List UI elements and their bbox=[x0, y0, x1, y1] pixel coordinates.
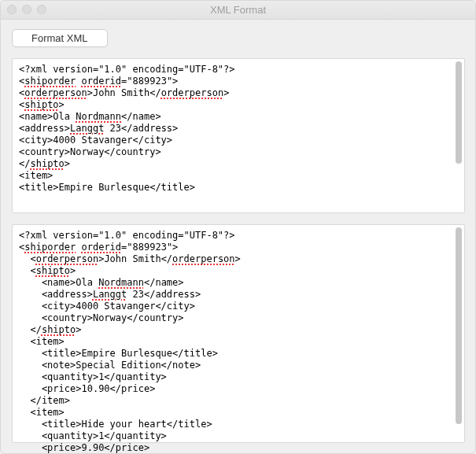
code-line: <country>Norway</country> bbox=[19, 312, 458, 324]
code-line: <shiporder orderid="889923"> bbox=[19, 242, 458, 253]
scrollbar-thumb[interactable] bbox=[456, 227, 462, 424]
code-line: <country>Norway</country> bbox=[19, 146, 458, 158]
content-area: Format XML <?xml version="1.0" encoding=… bbox=[1, 20, 475, 451]
scrollbar-thumb[interactable] bbox=[456, 61, 462, 164]
code-line: <orderperson>John Smith</orderperson> bbox=[19, 87, 458, 99]
scrollbar[interactable] bbox=[456, 61, 462, 210]
code-line: <address>Langgt 23</address> bbox=[19, 289, 458, 301]
code-line: <quantity>1</quantity> bbox=[19, 371, 458, 383]
format-xml-button[interactable]: Format XML bbox=[12, 29, 108, 47]
code-line: <quantity>1</quantity> bbox=[19, 430, 458, 442]
code-line: </shipto> bbox=[19, 158, 458, 170]
close-icon[interactable] bbox=[7, 5, 17, 14]
code-line: <shipto> bbox=[19, 99, 458, 111]
code-line: <title>Empire Burlesque</title> bbox=[19, 348, 458, 360]
code-line: <title>Empire Burlesque</title> bbox=[19, 182, 458, 194]
code-line: <item> bbox=[19, 407, 458, 419]
code-line: <name>Ola Nordmann</name> bbox=[19, 111, 458, 123]
code-line: <city>4000 Stavanger</city> bbox=[19, 301, 458, 312]
code-line: <shiporder orderid="889923"> bbox=[19, 76, 458, 87]
minimize-icon[interactable] bbox=[22, 5, 31, 14]
input-text[interactable]: <?xml version="1.0" encoding="UTF-8"?><s… bbox=[13, 59, 464, 198]
code-line: <orderperson>John Smith</orderperson> bbox=[19, 253, 458, 265]
code-line: <?xml version="1.0" encoding="UTF-8"?> bbox=[19, 230, 458, 242]
zoom-icon[interactable] bbox=[37, 5, 46, 14]
code-line: <name>Ola Nordmann</name> bbox=[19, 277, 458, 289]
code-line: <city>4000 Stavanger</city> bbox=[19, 135, 458, 146]
code-line: <?xml version="1.0" encoding="UTF-8"?> bbox=[19, 64, 458, 76]
app-window: XML Format Format XML <?xml version="1.0… bbox=[0, 0, 476, 454]
code-line: <item> bbox=[19, 336, 458, 348]
code-line: </item> bbox=[19, 395, 458, 407]
window-title: XML Format bbox=[210, 4, 266, 16]
window-controls bbox=[7, 5, 46, 14]
code-line: <item> bbox=[19, 170, 458, 182]
code-line: <title>Hide your heart</title> bbox=[19, 419, 458, 430]
output-pane[interactable]: <?xml version="1.0" encoding="UTF-8"?><s… bbox=[12, 224, 465, 443]
code-line: <shipto> bbox=[19, 265, 458, 277]
titlebar: XML Format bbox=[1, 1, 475, 20]
input-pane[interactable]: <?xml version="1.0" encoding="UTF-8"?><s… bbox=[12, 58, 465, 213]
code-line: <note>Special Edition</note> bbox=[19, 360, 458, 371]
scrollbar[interactable] bbox=[456, 227, 462, 440]
output-text[interactable]: <?xml version="1.0" encoding="UTF-8"?><s… bbox=[13, 225, 464, 454]
code-line: <address>Langgt 23</address> bbox=[19, 123, 458, 135]
code-line: <price>10.90</price> bbox=[19, 383, 458, 395]
code-line: <price>9.90</price> bbox=[19, 442, 458, 454]
code-line: </shipto> bbox=[19, 324, 458, 336]
